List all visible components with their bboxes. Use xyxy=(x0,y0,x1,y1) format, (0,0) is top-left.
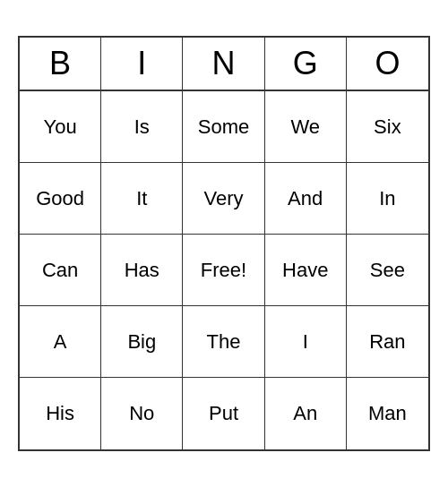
header-letter-o: O xyxy=(347,38,428,90)
bingo-cell-r1-c3[interactable]: And xyxy=(265,163,347,235)
bingo-grid: YouIsSomeWeSixGoodItVeryAndInCanHasFree!… xyxy=(20,91,428,449)
bingo-cell-r3-c1[interactable]: Big xyxy=(101,306,183,378)
bingo-cell-r3-c0[interactable]: A xyxy=(20,306,101,378)
bingo-cell-r1-c1[interactable]: It xyxy=(101,163,183,235)
header-letter-b: B xyxy=(20,38,101,90)
bingo-cell-r3-c2[interactable]: The xyxy=(183,306,264,378)
header-letter-i: I xyxy=(101,38,183,90)
bingo-cell-r3-c3[interactable]: I xyxy=(265,306,347,378)
bingo-cell-r4-c4[interactable]: Man xyxy=(347,378,428,449)
bingo-cell-r3-c4[interactable]: Ran xyxy=(347,306,428,378)
bingo-cell-r4-c0[interactable]: His xyxy=(20,378,101,449)
bingo-header: BINGO xyxy=(20,38,428,91)
bingo-cell-r0-c3[interactable]: We xyxy=(265,91,347,163)
bingo-cell-r2-c3[interactable]: Have xyxy=(265,235,347,306)
bingo-cell-r2-c0[interactable]: Can xyxy=(20,235,101,306)
bingo-cell-r2-c2[interactable]: Free! xyxy=(183,235,264,306)
bingo-card: BINGO YouIsSomeWeSixGoodItVeryAndInCanHa… xyxy=(18,36,430,451)
bingo-cell-r4-c3[interactable]: An xyxy=(265,378,347,449)
header-letter-g: G xyxy=(265,38,347,90)
bingo-cell-r0-c0[interactable]: You xyxy=(20,91,101,163)
bingo-cell-r2-c1[interactable]: Has xyxy=(101,235,183,306)
header-letter-n: N xyxy=(183,38,264,90)
bingo-cell-r1-c4[interactable]: In xyxy=(347,163,428,235)
bingo-cell-r0-c1[interactable]: Is xyxy=(101,91,183,163)
bingo-cell-r2-c4[interactable]: See xyxy=(347,235,428,306)
bingo-cell-r1-c2[interactable]: Very xyxy=(183,163,264,235)
bingo-cell-r4-c2[interactable]: Put xyxy=(183,378,264,449)
bingo-cell-r4-c1[interactable]: No xyxy=(101,378,183,449)
bingo-cell-r1-c0[interactable]: Good xyxy=(20,163,101,235)
bingo-cell-r0-c2[interactable]: Some xyxy=(183,91,264,163)
bingo-cell-r0-c4[interactable]: Six xyxy=(347,91,428,163)
